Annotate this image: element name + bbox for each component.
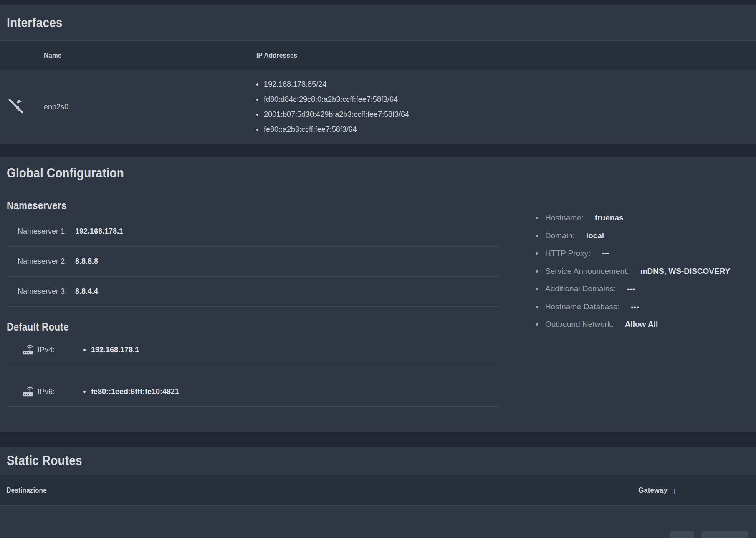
bullet-dot <box>256 114 258 116</box>
footer-button[interactable] <box>701 531 748 538</box>
ip-address-item: 192.168.178.85/24 <box>256 77 756 92</box>
summary-item-service-announcement: Service Announcement:mDNS, WS-DISCOVERY <box>536 263 756 280</box>
summary-item-http-proxy: HTTP Proxy:--- <box>536 245 756 263</box>
ip-address-item: fe80::a2b3:ccff:fee7:58f3/64 <box>256 122 756 137</box>
summary-value: --- <box>602 249 609 258</box>
summary-label: Service Announcement: <box>545 267 629 276</box>
summary-value: --- <box>631 302 639 311</box>
bullet-dot <box>536 306 538 308</box>
interface-state-cell <box>0 98 44 116</box>
ip-address-item: fd80:d84c:29c8:0:a2b3:ccff:fee7:58f3/64 <box>256 92 756 107</box>
nameserver-label: Nameserver 2: <box>18 257 75 266</box>
nameserver-label: Nameserver 1: <box>18 227 75 236</box>
arrow-down-icon: ↓ <box>672 486 676 495</box>
route-value: 192.168.178.1 <box>83 346 139 354</box>
interfaces-title: Interfaces <box>7 15 63 30</box>
column-header-name: Name <box>44 51 235 60</box>
global-configuration-body: Nameservers Nameserver 1: 192.168.178.1 … <box>0 189 756 432</box>
nameserver-row: Nameserver 3: 8.8.4.4 <box>7 277 499 307</box>
route-value: fe80::1eed:6fff:fe10:4821 <box>83 387 179 396</box>
bullet-dot <box>536 323 538 326</box>
ip-address-list: 192.168.178.85/24 fd80:d84c:29c8:0:a2b3:… <box>256 77 756 137</box>
ip-address-item: 2001:b07:5d30:429b:a2b3:ccff:fee7:58f3/6… <box>256 107 756 122</box>
global-configuration-summary: Hostname:truenas Domain:local HTTP Proxy… <box>499 189 756 432</box>
column-header-gateway[interactable]: Gateway ↓ <box>638 486 676 495</box>
summary-label: Additional Domains: <box>545 284 616 293</box>
nameserver-row: Nameserver 1: 192.168.178.1 <box>7 217 499 247</box>
summary-value: mDNS, WS-DISCOVERY <box>640 267 731 276</box>
summary-value: --- <box>627 284 635 293</box>
nameservers-heading: Nameservers <box>7 197 66 213</box>
default-route-heading: Default Route <box>7 319 69 335</box>
ip-address: 192.168.178.85/24 <box>264 80 326 89</box>
router-icon <box>20 385 38 398</box>
bullet-dot <box>536 270 538 273</box>
global-configuration-title-area: Global Configuration <box>0 157 756 189</box>
summary-item-domain: Domain:local <box>536 227 756 245</box>
footer-button[interactable] <box>670 531 694 538</box>
bullet-dot <box>256 99 258 101</box>
interfaces-card: Interfaces Name IP Addresses enp2s0 192.… <box>0 5 756 144</box>
gateway-header-label: Gateway <box>638 486 668 495</box>
global-configuration-card: Global Configuration Nameservers Nameser… <box>0 157 756 432</box>
bullet-dot <box>256 83 258 86</box>
gateway-address: 192.168.178.1 <box>91 346 139 354</box>
summary-value: truenas <box>595 213 624 222</box>
summary-item-additional-domains: Additional Domains:--- <box>536 280 756 298</box>
nameserver-row: Nameserver 2: 8.8.8.8 <box>7 247 499 277</box>
summary-list: Hostname:truenas Domain:local HTTP Proxy… <box>536 209 756 333</box>
nameserver-value: 192.168.178.1 <box>75 227 123 236</box>
summary-label: Outbound Network: <box>545 320 614 329</box>
static-routes-table-header: Destinazione Gateway ↓ <box>0 475 756 506</box>
interface-name: enp2s0 <box>44 103 256 111</box>
ip-address: fd80:d84c:29c8:0:a2b3:ccff:fee7:58f3/64 <box>264 95 398 104</box>
global-configuration-left-column: Nameservers Nameserver 1: 192.168.178.1 … <box>0 189 499 432</box>
summary-item-hostname-database: Hostname Database:--- <box>536 298 756 316</box>
column-header-destination[interactable]: Destinazione <box>0 486 47 495</box>
ip-address: 2001:b07:5d30:429b:a2b3:ccff:fee7:58f3/6… <box>264 110 409 119</box>
static-routes-title: Static Routes <box>7 453 82 468</box>
static-routes-card: Static Routes Destinazione Gateway ↓ <box>0 447 756 538</box>
summary-label: Hostname Database: <box>545 302 620 311</box>
nameserver-value: 8.8.8.8 <box>75 257 98 266</box>
interfaces-table-header: Name IP Addresses <box>0 40 756 70</box>
summary-value: Allow All <box>625 320 658 329</box>
bullet-dot <box>536 252 538 255</box>
gateway-address: fe80::1eed:6fff:fe10:4821 <box>91 387 179 396</box>
nameserver-label: Nameserver 3: <box>18 287 75 296</box>
default-route-row-ipv6: IPv6: fe80::1eed:6fff:fe10:4821 <box>7 365 499 407</box>
router-icon <box>20 344 38 356</box>
summary-label: Domain: <box>545 231 575 240</box>
summary-item-hostname: Hostname:truenas <box>536 209 756 227</box>
bullet-dot <box>83 349 86 351</box>
link-state-down-icon <box>8 98 24 116</box>
bullet-dot <box>536 217 538 219</box>
interface-row-enp2s0[interactable]: enp2s0 192.168.178.85/24 fd80:d84c:29c8:… <box>0 70 756 144</box>
summary-label: HTTP Proxy: <box>545 249 590 258</box>
bullet-dot <box>83 391 86 393</box>
bullet-dot <box>536 235 538 237</box>
route-label: IPv6: <box>38 387 83 396</box>
interfaces-title-area: Interfaces <box>0 5 756 40</box>
global-configuration-title: Global Configuration <box>7 166 124 181</box>
bullet-dot <box>536 288 538 290</box>
static-routes-title-area: Static Routes <box>0 447 756 475</box>
route-label: IPv4: <box>38 346 83 354</box>
column-header-ip-addresses: IP Addresses <box>256 51 706 60</box>
summary-label: Hostname: <box>545 213 584 222</box>
ip-address: fe80::a2b3:ccff:fee7:58f3/64 <box>264 125 357 134</box>
default-route-row-ipv4: IPv4: 192.168.178.1 <box>7 335 499 365</box>
summary-value: local <box>586 231 604 240</box>
summary-item-outbound-network: Outbound Network:Allow All <box>536 316 756 333</box>
nameserver-value: 8.8.4.4 <box>75 287 98 296</box>
bullet-dot <box>256 129 258 131</box>
